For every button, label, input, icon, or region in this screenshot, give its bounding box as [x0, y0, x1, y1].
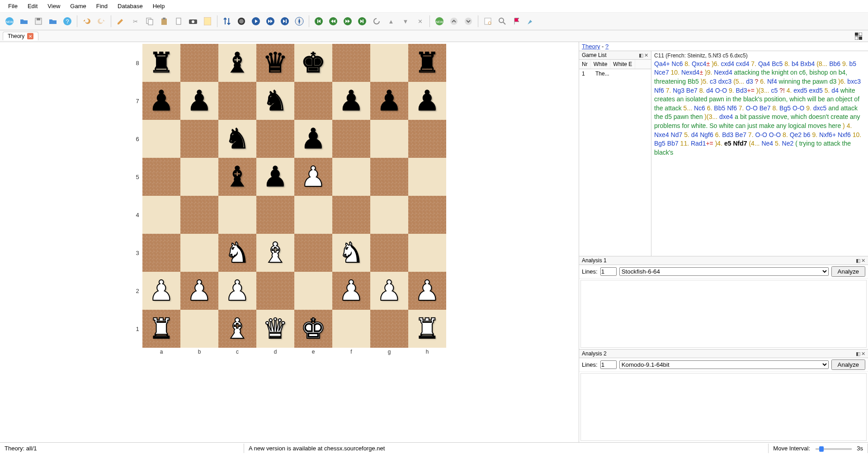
square-c3[interactable]: ♞ — [218, 234, 256, 272]
move-text[interactable]: ) 4. — [843, 122, 852, 129]
bp-piece[interactable]: ♟ — [339, 87, 364, 115]
zoom-icon[interactable] — [495, 14, 509, 28]
move-text[interactable]: Ng3 Be7 — [673, 87, 699, 94]
wb-piece[interactable]: ♝ — [263, 239, 288, 267]
move-text[interactable]: 8. — [699, 87, 707, 94]
square-g2[interactable]: ♟ — [370, 272, 408, 310]
col-header[interactable]: White E — [610, 60, 635, 69]
move-text[interactable]: ? — [753, 78, 760, 85]
square-e6[interactable]: ♟ — [294, 120, 332, 158]
engine-select[interactable]: Komodo-9.1-64bit — [619, 360, 829, 369]
bk-piece[interactable]: ♚ — [301, 49, 326, 77]
menu-help[interactable]: Help — [148, 1, 170, 11]
square-d3[interactable]: ♝ — [256, 234, 294, 272]
play-icon[interactable] — [249, 14, 263, 28]
move-text[interactable]: 5. — [775, 140, 782, 147]
square-h6[interactable] — [408, 120, 446, 158]
wr-piece[interactable]: ♜ — [415, 315, 440, 343]
menu-database[interactable]: Database — [113, 1, 147, 11]
undock-icon[interactable]: ◧ — [639, 52, 643, 58]
move-text[interactable]: 8. — [783, 131, 790, 138]
move-text[interactable]: 5... — [684, 104, 694, 112]
move-text[interactable]: 5. — [825, 87, 832, 94]
interval-slider[interactable] — [816, 448, 852, 450]
menu-view[interactable]: View — [43, 1, 65, 11]
bb-piece[interactable]: ♝ — [225, 49, 250, 77]
wn-piece[interactable]: ♞ — [339, 239, 364, 267]
square-h1[interactable]: ♜ — [408, 310, 446, 348]
square-e1[interactable]: ♚ — [294, 310, 332, 348]
next-moves-icon[interactable] — [341, 14, 354, 28]
square-f1[interactable] — [332, 310, 370, 348]
move-text[interactable]: Nfd7 — [733, 140, 749, 147]
move-text[interactable]: 9. — [729, 87, 736, 94]
move-text[interactable]: (5... — [733, 78, 746, 85]
square-e5[interactable]: ♟ — [294, 158, 332, 196]
undo-icon[interactable] — [80, 14, 94, 28]
new-icon[interactable]: NEW — [3, 14, 16, 28]
skip-icon[interactable] — [278, 14, 292, 28]
cut-icon[interactable]: ✂ — [128, 14, 142, 28]
move-text[interactable]: d3 — [746, 78, 753, 85]
open-icon[interactable] — [17, 14, 31, 28]
flip-icon[interactable] — [220, 14, 234, 28]
square-c4[interactable] — [218, 196, 256, 234]
up-icon[interactable]: ▲ — [384, 14, 398, 28]
game-row[interactable]: 1The... — [579, 69, 651, 78]
wr-piece[interactable]: ♜ — [149, 315, 174, 343]
move-text[interactable]: 8. — [684, 60, 692, 67]
camera-icon[interactable] — [186, 14, 200, 28]
menu-game[interactable]: Game — [66, 1, 90, 11]
square-f8[interactable] — [332, 44, 370, 82]
move-text[interactable]: Bg5 Bb7 — [654, 140, 680, 147]
move-text[interactable]: 5. — [684, 131, 691, 138]
move-text[interactable]: O-O Be7 — [745, 104, 772, 112]
move-text[interactable]: O-O O-O — [755, 131, 783, 138]
square-a8[interactable]: ♜ — [142, 44, 180, 82]
square-f3[interactable]: ♞ — [332, 234, 370, 272]
first-move-icon[interactable] — [312, 14, 326, 28]
square-a2[interactable]: ♟ — [142, 272, 180, 310]
square-a3[interactable] — [142, 234, 180, 272]
move-text[interactable]: )4. — [713, 140, 724, 147]
move-text[interactable]: Bd3 Be7 — [722, 131, 748, 138]
bp-piece[interactable]: ♟ — [301, 125, 326, 153]
move-text[interactable]: 6. — [715, 131, 722, 138]
move-text[interactable]: 9. — [842, 60, 849, 67]
move-text[interactable]: 11. — [680, 140, 691, 147]
move-text[interactable]: 10. — [671, 69, 681, 76]
move-text[interactable]: 9. — [806, 104, 813, 112]
square-f4[interactable] — [332, 196, 370, 234]
wq-piece[interactable]: ♛ — [263, 315, 288, 343]
square-d5[interactable]: ♟ — [256, 158, 294, 196]
square-c2[interactable]: ♟ — [218, 272, 256, 310]
move-text[interactable]: 7. — [739, 104, 746, 112]
note-icon[interactable] — [201, 14, 214, 28]
col-header[interactable]: White — [591, 60, 611, 69]
square-a1[interactable]: ♜ — [142, 310, 180, 348]
move-text[interactable]: Qa4 Bc5 — [758, 60, 784, 67]
square-h8[interactable]: ♜ — [408, 44, 446, 82]
square-e2[interactable] — [294, 272, 332, 310]
square-h2[interactable]: ♟ — [408, 272, 446, 310]
move-text[interactable]: Bb5 Nf6 — [714, 104, 738, 112]
wp-piece[interactable]: ♟ — [377, 277, 402, 305]
move-text[interactable]: (8... — [816, 60, 829, 67]
square-d1[interactable]: ♛ — [256, 310, 294, 348]
move-text[interactable]: Nf4 — [767, 78, 779, 85]
move-text[interactable]: Nexd4 — [681, 69, 699, 76]
move-text[interactable]: 4. — [787, 87, 794, 94]
square-e7[interactable] — [294, 82, 332, 120]
close-panel-icon[interactable]: ✕ — [644, 52, 648, 58]
square-b6[interactable] — [180, 120, 218, 158]
move-text[interactable]: 10. — [853, 131, 861, 138]
move-text[interactable]: c5 — [771, 87, 778, 94]
move-text[interactable]: 8. — [773, 104, 780, 112]
square-h5[interactable] — [408, 158, 446, 196]
bn-piece[interactable]: ♞ — [263, 87, 288, 115]
square-a7[interactable]: ♟ — [142, 82, 180, 120]
square-b5[interactable] — [180, 158, 218, 196]
menu-file[interactable]: File — [4, 1, 22, 11]
move-text[interactable]: dxe4 — [719, 113, 735, 120]
move-text[interactable]: d4 — [831, 87, 840, 94]
